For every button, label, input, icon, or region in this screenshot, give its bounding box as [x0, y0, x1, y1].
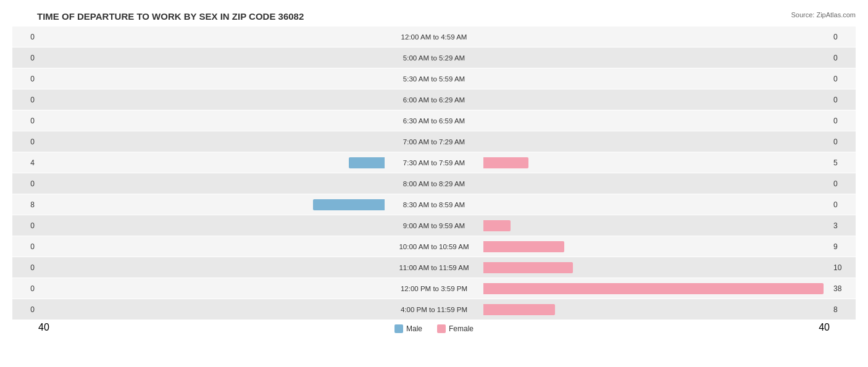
bar-row: 0 5:30 AM to 5:59 AM 0: [12, 68, 856, 89]
bar-row: 0 11:00 AM to 11:59 AM 10: [12, 257, 856, 278]
bars-center: 7:00 AM to 7:29 AM: [38, 131, 830, 152]
female-bar-wrap: [434, 220, 511, 231]
left-value: 0: [12, 284, 38, 293]
chart-area: 0 12:00 AM to 4:59 AM 0 0 5:00 AM to 5:2…: [12, 27, 856, 321]
male-bar-wrap: [385, 136, 434, 147]
female-legend-box: [437, 324, 446, 333]
left-value: 0: [12, 75, 38, 83]
left-value: 0: [12, 179, 38, 188]
male-bar-wrap: [385, 262, 434, 273]
female-bar-wrap: [434, 178, 483, 189]
male-bar-wrap: [385, 178, 434, 189]
female-bar-wrap: [434, 199, 483, 210]
male-legend-box: [394, 324, 403, 333]
male-bar-wrap: [385, 304, 434, 315]
bar-row: 0 5:00 AM to 5:29 AM 0: [12, 47, 856, 68]
male-bar-wrap: [385, 52, 434, 64]
right-value: 0: [830, 96, 856, 104]
bar-row: 0 6:30 AM to 6:59 AM 0: [12, 110, 856, 131]
female-bar-wrap: [434, 262, 573, 273]
bar-row: 0 6:00 AM to 6:29 AM 0: [12, 89, 856, 110]
right-value: 38: [830, 284, 856, 293]
right-value: 8: [830, 305, 856, 314]
source-label: Source: ZipAtlas.com: [791, 11, 856, 19]
bars-center: 11:00 AM to 11:59 AM: [38, 257, 830, 278]
bar-row: 0 9:00 AM to 9:59 AM 3: [12, 215, 856, 236]
right-value: 9: [830, 242, 856, 251]
left-value: 0: [12, 138, 38, 146]
bar-row: 0 10:00 AM to 10:59 AM 9: [12, 236, 856, 257]
female-bar: [483, 241, 564, 252]
bars-center: 8:30 AM to 8:59 AM: [38, 194, 830, 215]
legend-female: Female: [437, 324, 474, 333]
bars-center: 8:00 AM to 8:29 AM: [38, 173, 830, 194]
bars-center: 7:30 AM to 7:59 AM: [38, 152, 830, 173]
female-bar-wrap: [434, 283, 824, 294]
male-bar-wrap: [349, 157, 434, 168]
bar-row: 0 8:00 AM to 8:29 AM 0: [12, 173, 856, 194]
right-value: 3: [830, 221, 856, 230]
left-value: 4: [12, 159, 38, 167]
female-bar-wrap: [434, 31, 483, 43]
male-bar-wrap: [385, 31, 434, 43]
male-bar-wrap: [385, 115, 434, 126]
female-bar: [483, 283, 824, 294]
bar-row: 4 7:30 AM to 7:59 AM 5: [12, 152, 856, 173]
male-bar-wrap: [385, 283, 434, 294]
bars-center: 12:00 PM to 3:59 PM: [38, 278, 830, 299]
female-bar-wrap: [434, 136, 483, 147]
bars-center: 6:00 AM to 6:29 AM: [38, 89, 830, 110]
female-legend-label: Female: [449, 324, 474, 333]
bar-row: 8 8:30 AM to 8:59 AM 0: [12, 194, 856, 215]
right-value: 0: [830, 179, 856, 188]
female-bar: [483, 262, 573, 273]
right-value: 5: [830, 159, 856, 167]
female-bar: [483, 304, 555, 315]
right-value: 0: [830, 75, 856, 83]
male-bar-wrap: [385, 73, 434, 85]
left-value: 0: [12, 117, 38, 125]
bars-center: 9:00 AM to 9:59 AM: [38, 215, 830, 236]
axis-bottom: 40 Male Female 40: [12, 322, 856, 333]
female-bar-wrap: [434, 304, 555, 315]
female-bar-wrap: [434, 52, 483, 64]
female-bar-wrap: [434, 157, 528, 168]
bar-row: 0 12:00 PM to 3:59 PM 38: [12, 278, 856, 299]
female-bar: [483, 157, 528, 168]
bars-center: 5:00 AM to 5:29 AM: [38, 47, 830, 68]
legend-male: Male: [394, 324, 422, 333]
bars-center: 6:30 AM to 6:59 AM: [38, 110, 830, 131]
right-value: 10: [830, 263, 856, 272]
bar-row: 0 4:00 PM to 11:59 PM 8: [12, 299, 856, 320]
female-bar-wrap: [434, 115, 483, 126]
right-value: 0: [830, 138, 856, 146]
right-value: 0: [830, 33, 856, 41]
right-value: 0: [830, 117, 856, 125]
right-value: 0: [830, 200, 856, 209]
bars-center: 4:00 PM to 11:59 PM: [38, 299, 830, 320]
male-bar: [313, 199, 385, 210]
female-bar: [483, 220, 511, 231]
bars-center: 5:30 AM to 5:59 AM: [38, 68, 830, 89]
male-legend-label: Male: [406, 324, 422, 333]
left-value: 0: [12, 54, 38, 62]
left-value: 0: [12, 305, 38, 314]
female-bar-wrap: [434, 73, 483, 85]
chart-container: TIME OF DEPARTURE TO WORK BY SEX IN ZIP …: [0, 0, 868, 367]
male-bar-wrap: [385, 241, 434, 252]
left-value: 0: [12, 221, 38, 230]
left-value: 0: [12, 96, 38, 104]
right-value: 0: [830, 54, 856, 62]
female-bar-wrap: [434, 241, 564, 252]
left-value: 8: [12, 200, 38, 209]
axis-right-label: 40: [819, 322, 830, 333]
bar-row: 0 7:00 AM to 7:29 AM 0: [12, 131, 856, 152]
bar-row: 0 12:00 AM to 4:59 AM 0: [12, 27, 856, 47]
male-bar-wrap: [385, 94, 434, 105]
bars-center: 10:00 AM to 10:59 AM: [38, 236, 830, 257]
axis-left-label: 40: [38, 322, 49, 333]
legend: Male Female: [394, 324, 474, 333]
female-bar-wrap: [434, 94, 483, 105]
chart-title: TIME OF DEPARTURE TO WORK BY SEX IN ZIP …: [12, 11, 856, 22]
left-value: 0: [12, 242, 38, 251]
